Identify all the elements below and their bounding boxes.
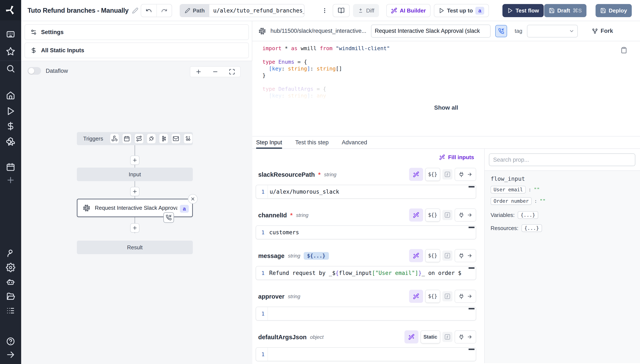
diff-button[interactable]: Diff: [353, 4, 379, 17]
workspace-icon[interactable]: [6, 30, 15, 39]
ai-fill-wand-button[interactable]: [409, 168, 423, 181]
webhook-trigger-icon[interactable]: [110, 134, 119, 144]
code-preview[interactable]: import * as wmill from "windmill-client"…: [252, 41, 640, 136]
tag-select[interactable]: [527, 25, 578, 38]
triggers-node[interactable]: Triggers: [77, 132, 193, 145]
schedule-trigger-icon[interactable]: [122, 134, 132, 144]
favorites-star-icon[interactable]: [6, 47, 15, 56]
suspend-approval-icon: [164, 212, 174, 223]
function-mode-button[interactable]: [442, 169, 452, 180]
kafka-trigger-icon[interactable]: [159, 134, 168, 144]
static-mode-button[interactable]: Static: [420, 330, 440, 344]
undo-button[interactable]: [141, 4, 156, 17]
tab-step-input[interactable]: Step Input: [256, 136, 282, 148]
remove-step-button[interactable]: [188, 194, 198, 204]
add-step-button[interactable]: [130, 156, 140, 165]
function-mode-button[interactable]: [442, 250, 452, 261]
tab-test-this-step[interactable]: Test this step: [295, 136, 329, 148]
resources-chip[interactable]: {...}: [522, 224, 542, 232]
search-icon[interactable]: [6, 64, 15, 73]
logs-list-icon[interactable]: [6, 306, 15, 315]
add-step-button[interactable]: [130, 187, 140, 196]
path-button[interactable]: Path: [180, 4, 209, 17]
ai-fill-wand-button[interactable]: [409, 290, 423, 303]
field-value-editor[interactable]: 1: [256, 307, 476, 320]
more-options-kebab-icon[interactable]: [320, 4, 329, 17]
runs-play-icon[interactable]: [6, 106, 15, 116]
fit-view-icon[interactable]: [229, 68, 235, 75]
result-node[interactable]: Result: [77, 240, 193, 254]
flow-canvas[interactable]: Dataflow Triggers Input: [21, 61, 252, 364]
function-mode-button[interactable]: [442, 210, 452, 220]
add-icon[interactable]: [6, 176, 15, 185]
field-value-editor[interactable]: 1 u/alex/humorous_slack: [256, 185, 476, 199]
flow-title[interactable]: Tuto Refund branches - Manually: [28, 0, 138, 21]
suspend-approval-button[interactable]: [495, 25, 507, 37]
function-mode-button[interactable]: [442, 332, 452, 342]
connect-input-button[interactable]: [454, 290, 476, 303]
workers-robot-icon[interactable]: [6, 278, 15, 287]
connect-input-button[interactable]: [454, 330, 476, 344]
input-node[interactable]: Input: [77, 168, 193, 181]
docs-book-button[interactable]: [333, 4, 350, 17]
function-mode-button[interactable]: [442, 291, 452, 301]
template-mode-button[interactable]: ${}: [425, 168, 440, 181]
field-value-editor[interactable]: 1 customers: [256, 226, 476, 239]
search-prop-input[interactable]: Search prop...: [489, 154, 635, 166]
test-up-to-button[interactable]: Test up to a: [434, 4, 489, 17]
connect-input-button[interactable]: [454, 249, 476, 262]
help-icon[interactable]: [6, 337, 15, 346]
ai-builder-button[interactable]: AI Builder: [386, 4, 430, 17]
settings-row[interactable]: Settings: [24, 24, 249, 40]
dataflow-toggle[interactable]: [28, 67, 41, 75]
prop-user-email-chip[interactable]: User email: [490, 186, 526, 194]
field-value-editor[interactable]: 1: [256, 347, 476, 361]
fill-inputs-button[interactable]: Fill inputs: [439, 154, 474, 161]
field-value-editor[interactable]: 1 Refund request by _${flow_input["User …: [256, 266, 476, 280]
ai-fill-wand-button[interactable]: [409, 208, 423, 222]
schedules-calendar-icon[interactable]: [6, 162, 15, 172]
connect-input-button[interactable]: [454, 168, 476, 181]
windmill-logo[interactable]: [0, 0, 21, 20]
account-user-icon[interactable]: [6, 248, 15, 258]
prop-order-number-chip[interactable]: Order number: [490, 197, 532, 205]
template-mode-button[interactable]: ${}: [425, 249, 440, 262]
required-mark: *: [290, 212, 292, 219]
websocket-trigger-icon[interactable]: [147, 134, 156, 144]
copy-code-icon[interactable]: [620, 47, 627, 54]
test-flow-button[interactable]: Test flow: [502, 4, 544, 17]
scheduled-poll-trigger-icon[interactable]: [184, 134, 193, 144]
variables-chip[interactable]: {...}: [518, 211, 538, 219]
expand-arrow-icon[interactable]: [6, 350, 15, 359]
resources-cubes-icon[interactable]: [6, 137, 15, 146]
hub-script-path[interactable]: hub/11500/slack/request_interactive...: [270, 28, 366, 34]
tab-advanced[interactable]: Advanced: [342, 136, 367, 148]
zoom-out-icon[interactable]: [212, 68, 218, 75]
ai-fill-wand-button[interactable]: [404, 330, 418, 344]
email-trigger-icon[interactable]: [171, 134, 180, 144]
variables-label: Variables:: [490, 212, 515, 218]
redo-button[interactable]: [156, 4, 172, 17]
home-icon[interactable]: [6, 91, 15, 100]
add-step-button[interactable]: [130, 223, 140, 232]
all-static-inputs-row[interactable]: All Static Inputs: [24, 42, 249, 58]
zoom-in-icon[interactable]: [195, 68, 202, 75]
ai-fill-wand-button[interactable]: [409, 249, 423, 262]
variables-row: Variables: {...}: [490, 211, 634, 219]
template-mode-button[interactable]: ${}: [425, 290, 440, 303]
fork-button[interactable]: Fork: [592, 28, 613, 34]
template-mode-button[interactable]: ${}: [425, 208, 440, 222]
deploy-button[interactable]: Deploy: [596, 4, 632, 17]
step-summary-input[interactable]: Request Interactive Slack Approval (slac…: [371, 24, 490, 38]
http-route-trigger-icon[interactable]: [134, 134, 144, 144]
variables-dollar-icon[interactable]: [6, 122, 15, 131]
field-type: string: [288, 253, 300, 259]
folders-icon[interactable]: [6, 292, 15, 301]
show-all-button[interactable]: Show all: [252, 104, 640, 111]
slack-approval-step-node[interactable]: Request Interactive Slack Approval (... …: [77, 199, 193, 217]
connect-input-button[interactable]: [454, 208, 476, 222]
path-input[interactable]: u/alex/tuto_refund_branches__: [209, 4, 304, 17]
edit-title-pencil-icon[interactable]: [132, 8, 138, 14]
save-draft-button[interactable]: Draft ⌘S: [544, 4, 586, 17]
settings-gear-icon[interactable]: [6, 263, 15, 272]
